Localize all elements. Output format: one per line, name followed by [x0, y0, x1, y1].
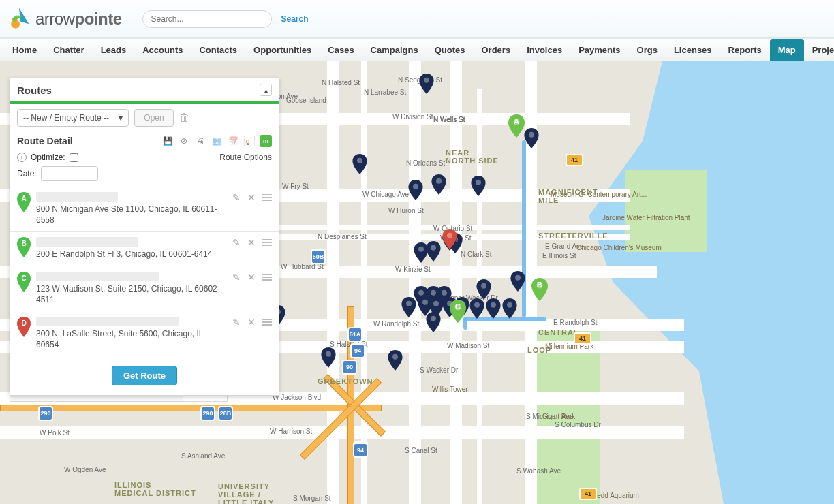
neighborhood-label: UNIVERSITYVILLAGE /LITTLE ITALY — [218, 482, 274, 504]
tab-leads[interactable]: Leads — [93, 39, 135, 61]
tab-cases[interactable]: Cases — [320, 39, 362, 61]
tab-campaigns[interactable]: Campaigns — [362, 39, 427, 61]
map-pin[interactable] — [502, 298, 517, 319]
edit-stop-icon[interactable]: ✎ — [232, 272, 241, 283]
street-label: N Wells St — [433, 116, 465, 123]
svg-point-25 — [326, 351, 331, 357]
chevron-down-icon: ▾ — [119, 113, 123, 123]
map-pin[interactable] — [401, 297, 416, 317]
tab-orgs[interactable]: Orgs — [629, 39, 666, 61]
map-pin[interactable] — [426, 241, 441, 262]
mapquest-icon[interactable]: m — [260, 135, 272, 147]
map-pin[interactable] — [419, 74, 434, 94]
calendar-icon[interactable]: 📅 — [227, 135, 239, 147]
share-icon[interactable]: 👥 — [211, 135, 223, 147]
route-marker-A[interactable]: A — [508, 114, 525, 138]
map-pin[interactable] — [510, 271, 525, 292]
svg-point-23 — [507, 302, 512, 308]
tab-quotes[interactable]: Quotes — [427, 39, 474, 61]
stop-marker-icon: D — [17, 317, 31, 339]
svg-point-28 — [447, 233, 452, 238]
route-shield: 94 — [350, 343, 365, 358]
tab-map[interactable]: Map — [770, 39, 804, 61]
route-stop: B 200 E Randolph St Fl 3, Chicago, IL 60… — [10, 232, 279, 266]
print-icon[interactable]: 🖨 — [194, 135, 206, 147]
tab-licenses[interactable]: Licenses — [666, 39, 720, 61]
route-shield: 41 — [566, 154, 583, 166]
remove-stop-icon[interactable]: ✕ — [247, 192, 256, 203]
tab-reports[interactable]: Reports — [720, 39, 770, 61]
route-marker-C[interactable]: C — [450, 300, 466, 323]
panel-collapse-button[interactable]: ▴ — [260, 84, 272, 96]
route-shield: 90 — [342, 360, 357, 375]
edit-stop-icon[interactable]: ✎ — [232, 237, 241, 248]
poi-label: Willis Tower — [432, 385, 468, 393]
map-pin[interactable] — [469, 298, 484, 319]
route-select[interactable]: -- New / Empty Route -- ▾ — [17, 109, 129, 127]
street-label: N Larrabee St — [364, 89, 406, 96]
remove-stop-icon[interactable]: ✕ — [247, 317, 256, 328]
delete-route-icon[interactable]: 🗑 — [179, 112, 190, 124]
edit-stop-icon[interactable]: ✎ — [232, 192, 241, 203]
remove-stop-icon[interactable]: ✕ — [247, 237, 256, 248]
street-label: W Randolph St — [373, 320, 419, 328]
tab-invoices[interactable]: Invoices — [519, 39, 570, 61]
map-pin[interactable] — [431, 174, 446, 195]
remove-stop-icon[interactable]: ✕ — [247, 272, 256, 283]
tab-projects[interactable]: Projects — [804, 39, 834, 61]
map-pin[interactable] — [388, 350, 403, 371]
search-button[interactable]: Search — [276, 12, 314, 27]
google-icon[interactable]: g — [243, 135, 256, 147]
tab-contacts[interactable]: Contacts — [191, 39, 245, 61]
drag-handle-icon[interactable] — [262, 319, 272, 326]
stop-name-redacted — [36, 237, 138, 247]
tab-chatter[interactable]: Chatter — [45, 39, 93, 61]
open-route-button[interactable]: Open — [134, 109, 174, 127]
info-icon[interactable]: i — [17, 153, 27, 162]
map-canvas[interactable]: ABCNEARNORTH SIDEMAGNIFICENTMILESTREETER… — [0, 61, 834, 504]
tab-payments[interactable]: Payments — [570, 39, 628, 61]
map-pin[interactable] — [471, 176, 486, 196]
neighborhood-label: ILLINOISMEDICAL DISTRICT — [114, 481, 196, 497]
svg-point-10 — [515, 275, 521, 281]
route-marker-B[interactable]: B — [531, 278, 548, 301]
svg-point-14 — [431, 290, 436, 296]
route-shield: 50B — [311, 249, 326, 264]
tab-accounts[interactable]: Accounts — [134, 39, 191, 61]
clear-icon[interactable]: ⊘ — [178, 135, 190, 147]
get-route-button[interactable]: Get Route — [112, 366, 177, 385]
date-input[interactable] — [41, 166, 98, 181]
nav-tabs: HomeChatterLeadsAccountsContactsOpportun… — [0, 38, 834, 61]
optimize-checkbox[interactable] — [70, 153, 78, 162]
drag-handle-icon[interactable] — [262, 194, 272, 201]
neighborhood-label: CENTRAL — [538, 328, 579, 336]
search-input[interactable] — [142, 10, 272, 28]
map-pin[interactable] — [486, 298, 501, 319]
svg-point-11 — [481, 283, 486, 289]
street-label: S Columbus Dr — [555, 421, 601, 428]
street-label: S Morgan St — [293, 494, 331, 502]
map-pin[interactable] — [476, 279, 491, 300]
svg-point-5 — [436, 178, 442, 184]
map-pin[interactable] — [352, 154, 367, 174]
map-pin[interactable] — [426, 312, 441, 332]
map-pin[interactable] — [524, 128, 539, 148]
tab-orders[interactable]: Orders — [473, 39, 519, 61]
edit-stop-icon[interactable]: ✎ — [232, 317, 241, 328]
street-label: W Harrison St — [270, 428, 312, 435]
save-icon[interactable]: 💾 — [161, 135, 174, 147]
tab-home[interactable]: Home — [4, 39, 45, 61]
svg-point-26 — [392, 354, 398, 360]
drag-handle-icon[interactable] — [262, 274, 272, 281]
drag-handle-icon[interactable] — [262, 239, 272, 246]
street-label: W Polk St — [40, 429, 70, 437]
tab-opportunities[interactable]: Opportunities — [245, 39, 320, 61]
street-label: W Kinzie St — [395, 266, 431, 273]
street-label: S Wacker Dr — [420, 366, 458, 374]
map-pin[interactable] — [408, 180, 423, 200]
map-pin[interactable] — [321, 347, 336, 368]
route-options-link[interactable]: Route Options — [219, 153, 272, 162]
stop-address: 300 N. LaSalle Street, Suite 5600, Chica… — [36, 328, 227, 350]
street-label: W Chicago Ave — [362, 191, 409, 198]
map-pin-destination[interactable] — [442, 229, 457, 249]
